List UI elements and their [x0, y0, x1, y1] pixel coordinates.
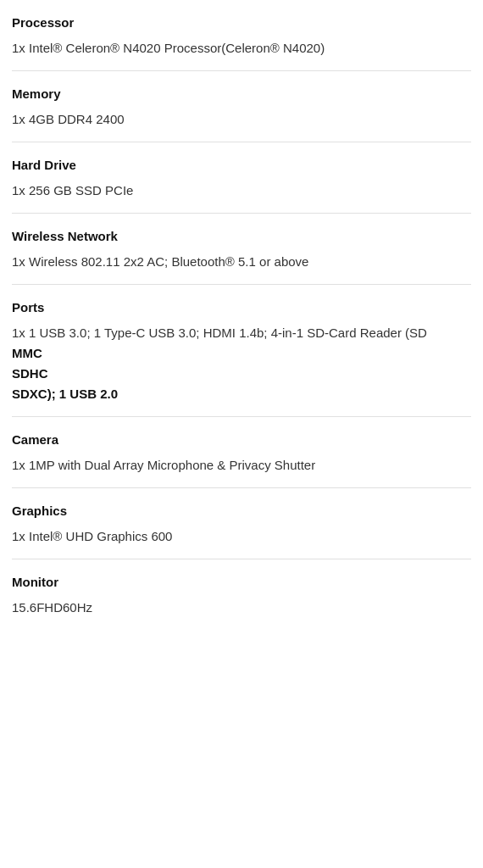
spec-value-ports-line-2: SDHC	[12, 364, 471, 384]
spec-section-monitor: Monitor15.6FHD60Hz	[12, 559, 471, 630]
spec-label-memory: Memory	[12, 85, 471, 103]
spec-label-monitor: Monitor	[12, 573, 471, 591]
spec-section-ports: Ports1x 1 USB 3.0; 1 Type-C USB 3.0; HDM…	[12, 285, 471, 417]
spec-section-camera: Camera1x 1MP with Dual Array Microphone …	[12, 417, 471, 488]
spec-value-wireless-network: 1x Wireless 802.11 2x2 AC; Bluetooth® 5.…	[12, 252, 471, 272]
spec-value-camera: 1x 1MP with Dual Array Microphone & Priv…	[12, 455, 471, 476]
spec-label-graphics: Graphics	[12, 502, 471, 520]
spec-value-ports-line-1: MMC	[12, 343, 471, 364]
spec-value-ports-line-3: SDXC); 1 USB 2.0	[12, 384, 471, 404]
spec-value-monitor: 15.6FHD60Hz	[12, 598, 471, 618]
spec-section-memory: Memory1x 4GB DDR4 2400	[12, 71, 471, 142]
spec-label-ports: Ports	[12, 298, 471, 316]
spec-section-hard-drive: Hard Drive1x 256 GB SSD PCIe	[12, 142, 471, 214]
spec-label-wireless-network: Wireless Network	[12, 227, 471, 245]
spec-section-graphics: Graphics1x Intel® UHD Graphics 600	[12, 488, 471, 559]
spec-value-ports: 1x 1 USB 3.0; 1 Type-C USB 3.0; HDMI 1.4…	[12, 323, 471, 404]
spec-label-hard-drive: Hard Drive	[12, 156, 471, 174]
spec-section-wireless-network: Wireless Network1x Wireless 802.11 2x2 A…	[12, 214, 471, 285]
spec-label-processor: Processor	[12, 14, 471, 31]
spec-value-processor: 1x Intel® Celeron® N4020 Processor(Celer…	[12, 38, 471, 58]
spec-value-memory: 1x 4GB DDR4 2400	[12, 109, 471, 130]
spec-label-camera: Camera	[12, 431, 471, 448]
spec-value-graphics: 1x Intel® UHD Graphics 600	[12, 526, 471, 547]
spec-value-hard-drive: 1x 256 GB SSD PCIe	[12, 181, 471, 201]
spec-list: Processor1x Intel® Celeron® N4020 Proces…	[0, 0, 483, 630]
spec-section-processor: Processor1x Intel® Celeron® N4020 Proces…	[12, 0, 471, 71]
